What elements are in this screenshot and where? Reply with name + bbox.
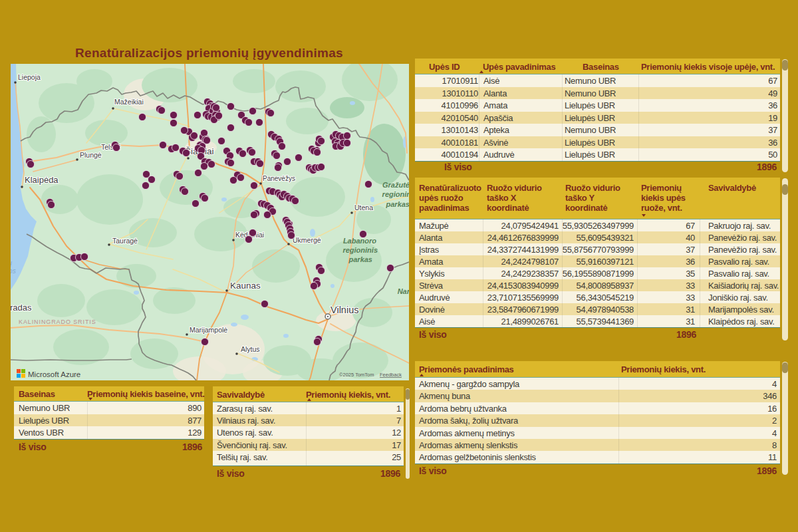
svg-text:parkas: parkas (386, 200, 409, 208)
svg-text:Feedback: Feedback (380, 372, 402, 378)
svg-text:KALININGRADO SRITIS: KALININGRADO SRITIS (19, 319, 96, 325)
svg-text:radas: radas (11, 303, 32, 313)
svg-text:Marijampolė: Marijampolė (190, 326, 227, 334)
svg-text:regioninis: regioninis (342, 246, 378, 254)
svg-text:Alytus: Alytus (241, 345, 260, 353)
svg-text:parkas: parkas (348, 255, 372, 263)
svg-text:Plungė: Plungė (80, 151, 102, 159)
svg-text:Labanoro: Labanoro (343, 237, 376, 245)
svg-text:Klaipėda: Klaipėda (25, 175, 59, 185)
svg-text:Nar: Nar (398, 287, 409, 295)
svg-text:Mažeikiai: Mažeikiai (114, 98, 144, 106)
svg-text:Panevėžys: Panevėžys (263, 175, 295, 182)
svg-text:Vilnius: Vilnius (331, 305, 358, 315)
svg-text:Tauragė: Tauragė (112, 237, 138, 245)
svg-text:Ukmergė: Ukmergė (293, 236, 321, 244)
svg-text:Kaunas: Kaunas (230, 281, 261, 291)
svg-text:Utena: Utena (354, 203, 373, 211)
svg-text:Gražutė: Gražutė (382, 181, 409, 189)
svg-text:orios: orios (11, 267, 16, 275)
svg-text:regionin: regionin (382, 190, 409, 198)
svg-text:Microsoft Azure: Microsoft Azure (28, 370, 80, 378)
svg-text:Liepoja: Liepoja (18, 73, 41, 81)
svg-text:©2025 TomTom: ©2025 TomTom (339, 372, 374, 378)
